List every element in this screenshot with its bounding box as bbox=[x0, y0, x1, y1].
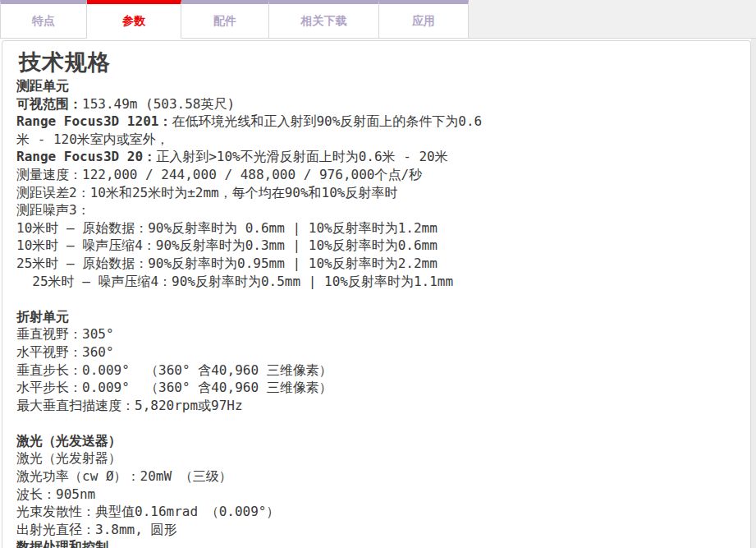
spec-line-label: 数据处理和控制 bbox=[16, 539, 108, 548]
tab-applications[interactable]: 应用 bbox=[379, 0, 469, 39]
spec-line: 出射光直径：3.8mm, 圆形 bbox=[16, 521, 494, 539]
tab-accessories[interactable]: 配件 bbox=[181, 0, 269, 39]
spec-line: 激光（光发射器） bbox=[16, 449, 494, 467]
spec-blank-line bbox=[16, 414, 494, 432]
spec-line-label: Range Focus3D 1201： bbox=[16, 113, 172, 129]
spec-line: 光束发散性：典型值0.16mrad （0.009°） bbox=[16, 503, 494, 521]
spec-section-heading: 折射单元 bbox=[16, 308, 494, 326]
spec-line: 可视范围：153.49m (503.58英尺) bbox=[16, 95, 494, 113]
spec-line: 25米时 – 噪声压缩4：90%反射率时为0.5mm | 10%反射率时为1.1… bbox=[16, 273, 494, 291]
spec-line: 最大垂直扫描速度：5,820rpm或97Hz bbox=[16, 397, 494, 415]
spec-section-heading: 测距单元 bbox=[16, 77, 494, 95]
spec-line: 垂直视野：305° bbox=[16, 325, 494, 343]
spec-line: 垂直步长：0.009° （360° 含40,960 三维像素） bbox=[16, 361, 494, 380]
content-panel: 技术规格 测距单元可视范围：153.49m (503.58英尺)Range Fo… bbox=[2, 40, 751, 548]
spec-line-label: 激光（光发送器） bbox=[16, 433, 121, 449]
spec-line: 水平步长：0.009° （360° 含40,960 三维像素） bbox=[16, 379, 494, 397]
spec-section-heading: 数据处理和控制 bbox=[16, 538, 494, 548]
spec-line-label: Range Focus3D 20： bbox=[16, 149, 156, 164]
spec-line: Range Focus3D 20：正入射到>10%不光滑反射面上时为0.6米 -… bbox=[16, 148, 494, 166]
spec-line: 25米时 – 原始数据：90%反射率时为0.95mm | 10%反射率时为2.2… bbox=[16, 255, 494, 273]
spec-line: 10米时 – 噪声压缩4：90%反射率时为0.3mm | 10%反射率时为0.6… bbox=[16, 237, 494, 255]
spec-section-heading: 激光（光发送器） bbox=[16, 432, 494, 450]
tab-features[interactable]: 特点 bbox=[0, 0, 87, 39]
tab-bar-filler bbox=[469, 0, 756, 39]
spec-line: 激光功率（cw Ø）：20mW （三级） bbox=[16, 467, 494, 486]
spec-line: 测距误差2：10米和25米时为±2mm，每个均在90%和10%反射率时 bbox=[16, 184, 494, 202]
spec-line: 10米时 – 原始数据：90%反射率时为 0.6mm | 10%反射率时为1.2… bbox=[16, 219, 494, 237]
tab-bar: 特点参数配件相关下载应用 bbox=[0, 0, 756, 39]
spec-line-label: 折射单元 bbox=[16, 309, 69, 325]
spec-line: 波长：905nm bbox=[16, 486, 494, 504]
spec-line: 测距噪声3： bbox=[16, 201, 494, 219]
spec-line: 测量速度：122,000 / 244,000 / 488,000 / 976,0… bbox=[16, 166, 494, 184]
spec-line-label: 测距单元 bbox=[16, 78, 69, 94]
spec-blank-line bbox=[16, 290, 494, 308]
spec-line: Range Focus3D 1201：在低环境光线和正入射到90%反射面上的条件… bbox=[16, 113, 494, 148]
page-right-gutter bbox=[751, 39, 756, 548]
spec-line-label: 可视范围： bbox=[16, 96, 82, 112]
tab-related-downloads[interactable]: 相关下载 bbox=[269, 0, 379, 39]
page-title: 技术规格 bbox=[19, 50, 750, 75]
spec-lines: 测距单元可视范围：153.49m (503.58英尺)Range Focus3D… bbox=[2, 77, 494, 548]
tab-parameters[interactable]: 参数 bbox=[87, 0, 181, 39]
spec-line: 水平视野：360° bbox=[16, 343, 494, 361]
